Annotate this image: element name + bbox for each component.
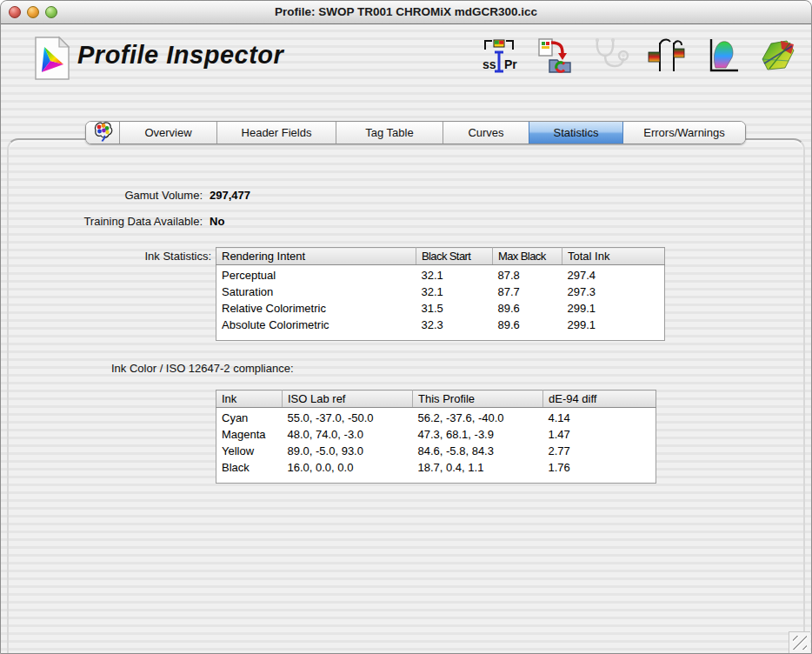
column-header: Black Start [416,248,493,265]
cell: 47.3, 68.1, -3.9 [413,426,543,443]
resize-grip[interactable] [789,631,810,653]
profile-medic-button[interactable] [590,37,630,77]
cell: 31.5 [416,300,493,317]
table-row: Black 16.0, 0.0, 0.0 18.7, 0.4, 1.1 1.76 [216,459,656,484]
tab-errors-warnings[interactable]: Errors/Warnings [622,122,745,143]
tab-overview[interactable]: Overview [119,122,216,143]
gamut-3d-icon [758,37,796,78]
cell: 2.77 [543,443,656,459]
column-header: Ink [216,390,283,408]
cell: 16.0, 0.0, 0.0 [283,459,413,484]
tab-statistics[interactable]: Statistics [529,122,622,143]
svg-text:ss: ss [483,57,496,71]
icc-profile-document-icon [32,36,72,84]
table-header-row: Ink ISO Lab ref This Profile dE-94 diff [216,390,656,408]
table-header-row: Rendering Intent Black Start Max Black T… [216,248,665,265]
cell: 87.8 [493,265,562,284]
ink-statistics-table: Rendering Intent Black Start Max Black T… [216,247,665,341]
column-header: This Profile [413,390,543,408]
column-header: Max Black [493,248,562,265]
cell: Black [216,459,283,484]
minimize-button[interactable] [27,6,39,18]
column-header: dE-94 diff [543,390,656,408]
tab-header-fields[interactable]: Header Fields [216,122,336,143]
zoom-button[interactable] [45,6,57,18]
tab-bar: Overview Header Fields Tag Table Curves … [85,121,746,144]
cell: 32.3 [416,317,493,341]
app-title: Profile Inspector [77,41,283,70]
svg-text:Pr: Pr [504,57,517,71]
cell: Relative Colorimetric [216,300,416,317]
table-row: Magenta 48.0, 74.0, -3.0 47.3, 68.1, -3.… [216,426,656,443]
table-row: Cyan 55.0, -37.0, -50.0 56.2, -37.6, -40… [216,408,656,427]
tab-curves[interactable]: Curves [443,122,529,143]
cell: 299.1 [562,317,665,341]
cell: 4.14 [543,408,656,427]
table-row: Perceptual 32.1 87.8 297.4 [216,265,665,284]
toolbar: ss Pr [479,37,797,77]
profile-inspector-window: Profile: SWOP TR001 CHROMiX mdGCR300.icc… [0,0,812,654]
tab-label: Header Fields [242,126,312,139]
training-data-value: No [210,215,224,228]
cell: 32.1 [416,284,493,300]
table-row: Yellow 89.0, -5.0, 93.0 84.6, -5.8, 84.3… [216,443,656,459]
cell: 299.1 [562,300,665,317]
column-header: Rendering Intent [216,248,416,265]
cell: 84.6, -5.8, 84.3 [413,443,543,459]
brain-logo-icon [92,121,113,144]
table-row: Relative Colorimetric 31.5 89.6 299.1 [216,300,665,317]
tab-label: Errors/Warnings [643,126,724,139]
gamut-2d-icon [702,37,741,78]
save-install-profile-button[interactable] [535,37,575,77]
gamut-volume-label: Gamut Volume: [36,189,203,202]
cell: 87.7 [493,284,562,300]
close-button[interactable] [9,6,21,18]
gamut-2d-view-button[interactable] [702,37,742,77]
profile-renamer-icon: ss Pr [480,37,518,78]
cell: 89.6 [493,317,562,341]
tab-label: Statistics [553,126,598,139]
ink-color-heading: Ink Color / ISO 12647-2 compliance: [111,362,294,375]
title-bar[interactable]: Profile: SWOP TR001 CHROMiX mdGCR300.icc [1,1,811,24]
tab-label: Overview [144,126,191,139]
cell: 18.7, 0.4, 1.1 [413,459,543,484]
cell: Saturation [216,284,416,300]
cell: 297.4 [562,265,665,284]
cell: 32.1 [416,265,493,284]
tab-label: Tag Table [365,126,413,139]
cell: 89.0, -5.0, 93.0 [283,443,413,459]
ink-color-table: Ink ISO Lab ref This Profile dE-94 diff … [216,390,656,484]
stethoscope-icon [590,37,630,78]
column-header: ISO Lab ref [283,390,413,408]
gamut-3d-view-button[interactable] [757,37,797,77]
cell: Absolute Colorimetric [216,317,416,341]
cell: 1.47 [543,426,656,443]
save-install-profile-icon [536,37,574,78]
cell: 55.0, -37.0, -50.0 [283,408,413,427]
cell: 297.3 [562,284,665,300]
cell: Cyan [216,408,283,427]
tab-logo[interactable] [86,122,119,143]
window-controls [9,6,57,18]
cell: 1.76 [543,459,656,484]
cell: Magenta [216,426,283,443]
table-row: Absolute Colorimetric 32.3 89.6 299.1 [216,317,665,341]
profile-renamer-button[interactable]: ss Pr [479,37,519,77]
gamut-volume-value: 297,477 [210,189,250,202]
cell: 48.0, 74.0, -3.0 [283,426,413,443]
cell: Perceptual [216,265,416,284]
tab-tag-table[interactable]: Tag Table [336,122,443,143]
ink-statistics-label: Ink Statistics: [36,250,211,263]
training-data-label: Training Data Available: [36,215,203,228]
cell: Yellow [216,443,283,459]
column-header: Total Ink [562,248,665,265]
flags-icon [647,37,685,78]
cell: 89.6 [493,300,562,317]
table-row: Saturation 32.1 87.7 297.3 [216,284,665,300]
graph-flags-button[interactable] [646,37,686,77]
window-title: Profile: SWOP TR001 CHROMiX mdGCR300.icc [62,1,750,23]
cell: 56.2, -37.6, -40.0 [413,408,543,427]
tab-label: Curves [468,126,503,139]
